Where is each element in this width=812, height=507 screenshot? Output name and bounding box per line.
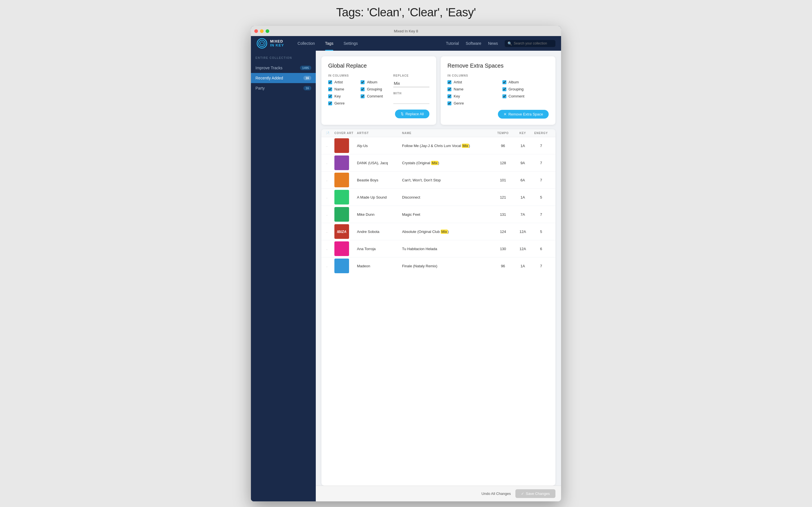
nav-software[interactable]: Software — [466, 41, 481, 46]
key-value: 6A — [514, 178, 531, 182]
cards-row: Global Replace IN COLUMNS Artist Name Ke… — [316, 51, 561, 125]
close-button[interactable] — [254, 29, 258, 33]
track-dots: .. — [326, 230, 335, 233]
checkbox-genre-input[interactable] — [328, 101, 332, 105]
checkbox-album-input[interactable] — [361, 80, 364, 84]
key-value: 1A — [514, 264, 531, 268]
artist-name: A Made Up Sound — [357, 195, 402, 200]
minimize-button[interactable] — [260, 29, 264, 33]
logo-icon — [257, 38, 267, 49]
remove-checkbox-comment-input[interactable] — [502, 94, 506, 98]
table-row[interactable]: ..Ana TorrojaTu Habitacion Helada13012A6 — [321, 240, 555, 258]
nav-tags[interactable]: Tags — [320, 36, 339, 51]
tempo-value: 124 — [492, 230, 514, 234]
checkbox-artist[interactable]: Artist — [328, 80, 352, 84]
checkbox-grouping[interactable]: Grouping — [361, 87, 385, 91]
cover-art — [335, 259, 349, 273]
artist-name: Beastie Boys — [357, 178, 402, 182]
remove-checkbox-artist[interactable]: Artist — [448, 80, 494, 84]
table-row[interactable]: ..Aly-UsFollow Me (Jay-J & Chris Lum Voc… — [321, 137, 555, 154]
nav-news[interactable]: News — [488, 41, 498, 46]
artist-name: Andre Sobota — [357, 230, 402, 234]
track-name: Finale (Nataly Remix) — [402, 264, 492, 268]
remove-checkbox-grouping[interactable]: Grouping — [502, 87, 549, 91]
nav-right: Tutorial Software News 🔍 Search your col… — [446, 40, 555, 47]
save-button[interactable]: ✓ Save Changes — [515, 489, 555, 498]
track-dots: .. — [326, 213, 335, 216]
table-row[interactable]: ..A Made Up SoundDisconnect1211A5 — [321, 189, 555, 206]
col-artist: ARTIST — [357, 131, 402, 135]
remove-checkbox-name[interactable]: Name — [448, 87, 494, 91]
table-header: 📄 COVER ART ARTIST NAME TEMPO KEY ENERGY — [321, 129, 555, 137]
cover-art — [335, 190, 349, 205]
energy-value: 5 — [531, 230, 551, 234]
checkbox-key[interactable]: Key — [328, 94, 352, 98]
highlight-mix: Mix — [441, 230, 448, 234]
sidebar-item-party[interactable]: Party 16 — [251, 83, 316, 93]
table-row[interactable]: ..DANK (USA), JacqCrystals (Original Mix… — [321, 154, 555, 172]
replace-input[interactable] — [393, 80, 429, 87]
remove-checkbox-genre[interactable]: Genre — [448, 101, 494, 105]
remove-checkbox-grouping-input[interactable] — [502, 87, 506, 91]
remove-extra-space-button[interactable]: ✕ Remove Extra Space — [498, 110, 549, 119]
highlight-mix: Mix — [462, 144, 469, 148]
checkbox-comment[interactable]: Comment — [361, 94, 385, 98]
nav-tutorial[interactable]: Tutorial — [446, 41, 459, 46]
key-value: 12A — [514, 230, 531, 234]
remove-checkbox-artist-input[interactable] — [448, 80, 451, 84]
tempo-value: 96 — [492, 264, 514, 268]
nav-settings[interactable]: Settings — [338, 36, 363, 51]
table-row[interactable]: ..Beastie BoysCan't, Won't, Don't Stop10… — [321, 172, 555, 189]
energy-value: 7 — [531, 144, 551, 148]
search-bar[interactable]: 🔍 Search your collection — [505, 40, 555, 47]
bottom-bar: Undo All Changes ✓ Save Changes — [316, 486, 561, 501]
global-replace-body: IN COLUMNS Artist Name Key Genre IN COLU… — [328, 74, 429, 118]
nav-collection[interactable]: Collection — [292, 36, 320, 51]
cover-art — [335, 138, 349, 153]
track-dots: .. — [326, 264, 335, 268]
cover-art — [335, 173, 349, 187]
checkbox-genre[interactable]: Genre — [328, 101, 352, 105]
checkbox-name-input[interactable] — [328, 87, 332, 91]
checkbox-album[interactable]: Album — [361, 80, 385, 84]
sidebar-label-improve: Improve Tracks — [255, 66, 283, 70]
replace-all-button[interactable]: ⇅ Replace All — [395, 110, 429, 118]
track-name: Can't, Won't, Don't Stop — [402, 178, 492, 182]
track-dots: .. — [326, 195, 335, 199]
remove-checkbox-comment[interactable]: Comment — [502, 94, 549, 98]
sidebar-item-recently-added[interactable]: Recently Added 16 — [251, 73, 316, 83]
key-value: 1A — [514, 195, 531, 200]
undo-button[interactable]: Undo All Changes — [481, 492, 511, 496]
content-area: Global Replace IN COLUMNS Artist Name Ke… — [316, 51, 561, 501]
remove-checkbox-album-input[interactable] — [502, 80, 506, 84]
save-check-icon: ✓ — [521, 492, 524, 496]
remove-checkbox-genre-input[interactable] — [448, 101, 451, 105]
energy-value: 5 — [531, 195, 551, 200]
remove-checkbox-album[interactable]: Album — [502, 80, 549, 84]
sidebar-badge-improve: 1495 — [300, 66, 311, 70]
remove-checkbox-key-input[interactable] — [448, 94, 451, 98]
checkbox-comment-input[interactable] — [361, 94, 364, 98]
replace-col: REPLACE WITH ⇅ Replace All — [393, 74, 429, 118]
checkbox-artist-input[interactable] — [328, 80, 332, 84]
main-layout: ENTIRE COLLECTION Improve Tracks 1495 Re… — [251, 51, 561, 501]
maximize-button[interactable] — [266, 29, 269, 33]
table-row[interactable]: ..Mike DunnMagic Feet1317A7 — [321, 206, 555, 223]
with-input[interactable] — [393, 97, 429, 104]
table-row[interactable]: ..IBIZAAndre SobotaAbsolute (Original Cl… — [321, 223, 555, 240]
checkbox-key-input[interactable] — [328, 94, 332, 98]
artist-name: Madeon — [357, 264, 402, 268]
table-row[interactable]: ..MadeonFinale (Nataly Remix)961A7 — [321, 258, 555, 274]
checkbox-grouping-input[interactable] — [361, 87, 364, 91]
remove-in-columns-label: IN COLUMNS — [448, 74, 494, 77]
tempo-value: 128 — [492, 161, 514, 165]
sidebar-item-improve-tracks[interactable]: Improve Tracks 1495 — [251, 63, 316, 73]
energy-value: 6 — [531, 247, 551, 251]
logo-area: MIXED IN KEY — [257, 38, 284, 49]
svg-point-2 — [260, 42, 263, 45]
global-replace-title: Global Replace — [328, 62, 429, 69]
remove-checkbox-name-input[interactable] — [448, 87, 451, 91]
checkbox-name[interactable]: Name — [328, 87, 352, 91]
nav-bar: MIXED IN KEY Collection Tags Settings Tu… — [251, 36, 561, 51]
remove-checkbox-key[interactable]: Key — [448, 94, 494, 98]
